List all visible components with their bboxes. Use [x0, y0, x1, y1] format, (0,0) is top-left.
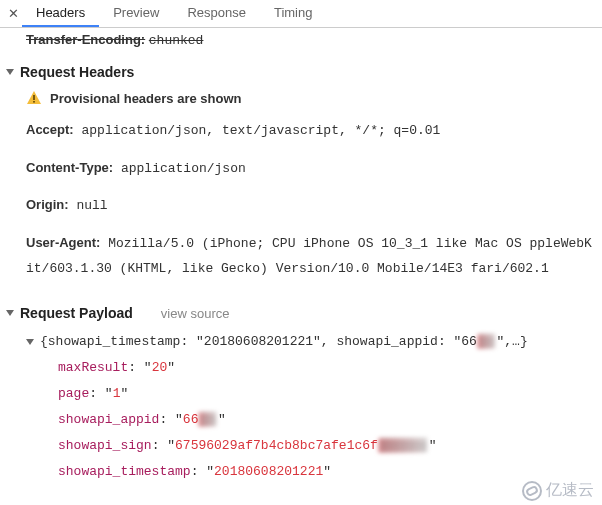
- header-origin: Origin: null: [0, 187, 602, 225]
- payload-key: maxResult: [58, 360, 128, 375]
- tab-preview[interactable]: Preview: [99, 0, 173, 27]
- chevron-down-icon: [6, 69, 14, 75]
- redacted-icon: ▒▒: [477, 334, 497, 349]
- header-user-agent: User-Agent: Mozilla/5.0 (iPhone; CPU iPh…: [0, 225, 602, 287]
- warning-icon: [26, 90, 42, 106]
- header-content-type: Content-Type: application/json: [0, 150, 602, 188]
- request-payload-section[interactable]: Request Payload view source: [0, 301, 602, 325]
- view-source-link[interactable]: view source: [161, 306, 230, 321]
- chevron-down-icon: [6, 310, 14, 316]
- provisional-warning: Provisional headers are shown: [0, 84, 602, 112]
- redacted-icon: ▒▒: [198, 412, 218, 427]
- svg-rect-1: [33, 101, 35, 103]
- payload-value: 20: [152, 360, 168, 375]
- header-accept: Accept: application/json, text/javascrip…: [0, 112, 602, 150]
- payload-appid: showapi_appid: "66▒▒": [20, 407, 596, 433]
- header-value: application/json, text/javascript, */*; …: [82, 123, 441, 138]
- header-key: Accept:: [26, 122, 74, 137]
- payload-sign: showapi_sign: "67596029af7b4cb8bc7afe1c6…: [20, 433, 596, 459]
- header-value: application/json: [121, 161, 246, 176]
- payload-key: page: [58, 386, 89, 401]
- payload-key: showapi_timestamp: [58, 464, 191, 479]
- payload-summary[interactable]: {showapi_timestamp: "20180608201221", sh…: [20, 329, 596, 355]
- payload-value: 20180608201221: [214, 464, 323, 479]
- prev-header-row: Transfer-Encoding: chunked: [0, 30, 602, 50]
- svg-rect-0: [33, 95, 35, 100]
- header-key: Transfer-Encoding:: [26, 32, 145, 47]
- header-key: Content-Type:: [26, 160, 113, 175]
- panel-content: Transfer-Encoding: chunked Request Heade…: [0, 28, 602, 489]
- payload-key: showapi_sign: [58, 438, 152, 453]
- section-title: Request Payload: [20, 305, 133, 321]
- tab-headers[interactable]: Headers: [22, 0, 99, 27]
- devtools-tabs: ✕ Headers Preview Response Timing: [0, 0, 602, 28]
- payload-body: {showapi_timestamp: "20180608201221", sh…: [0, 325, 602, 489]
- watermark-text: 亿速云: [546, 480, 594, 501]
- payload-value: 67596029af7b4cb8bc7afe1c6f: [175, 438, 378, 453]
- section-title: Request Headers: [20, 64, 134, 80]
- request-headers-section[interactable]: Request Headers: [0, 60, 602, 84]
- header-value: null: [76, 198, 107, 213]
- payload-value: 66: [183, 412, 199, 427]
- payload-timestamp: showapi_timestamp: "20180608201221": [20, 459, 596, 485]
- tab-response[interactable]: Response: [173, 0, 260, 27]
- header-key: User-Agent:: [26, 235, 100, 250]
- watermark-icon: [522, 481, 542, 501]
- payload-page: page: "1": [20, 381, 596, 407]
- header-value: Mozilla/5.0 (iPhone; CPU iPhone OS 10_3_…: [26, 236, 592, 276]
- header-value: chunked: [149, 33, 204, 48]
- warning-text: Provisional headers are shown: [50, 91, 241, 106]
- payload-key: showapi_appid: [58, 412, 159, 427]
- header-key: Origin:: [26, 197, 69, 212]
- watermark: 亿速云: [522, 480, 594, 501]
- payload-maxresult: maxResult: "20": [20, 355, 596, 381]
- chevron-down-icon: [26, 339, 34, 345]
- tab-timing[interactable]: Timing: [260, 0, 327, 27]
- redacted-icon: ▒▒▒▒▒▒: [378, 438, 429, 453]
- close-icon[interactable]: ✕: [4, 6, 22, 21]
